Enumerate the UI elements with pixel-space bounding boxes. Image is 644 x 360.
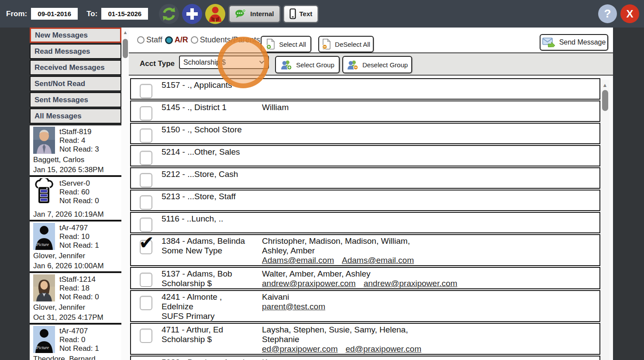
radio-label: Staff bbox=[146, 35, 162, 45]
account-row[interactable]: 5145 - ., District 1 William bbox=[130, 100, 600, 122]
message-read-count: Read: 0 bbox=[59, 336, 99, 344]
list-scrollbar[interactable]: ▲ bbox=[600, 80, 610, 360]
account-row[interactable]: 5214 - ...Other, Sales bbox=[130, 145, 600, 166]
text-tab[interactable]: Text bbox=[284, 6, 318, 22]
message-id: tAr-4707 bbox=[59, 327, 99, 336]
account-label: 1384 - Adams, Belinda bbox=[162, 236, 262, 246]
deselect-all-button[interactable]: DeSelect All bbox=[318, 36, 374, 52]
sidebar-item-new-messages[interactable]: New Messages bbox=[30, 28, 121, 43]
to-label: To: bbox=[86, 10, 97, 18]
row-checkbox[interactable] bbox=[140, 218, 152, 232]
radio-students-parents[interactable] bbox=[191, 36, 198, 44]
scroll-up-icon[interactable]: ▲ bbox=[122, 29, 128, 35]
email-link[interactable]: Adams@email.com bbox=[342, 256, 414, 265]
student-names: Kaivani bbox=[262, 292, 430, 302]
message-notread-count: Not Read: 0 bbox=[59, 293, 99, 301]
student-names: William bbox=[262, 103, 430, 112]
row-checkbox[interactable] bbox=[140, 296, 152, 310]
message-card[interactable]: Picture tAr-4707 Read: 0 Not Read: 1 The… bbox=[30, 324, 121, 360]
page-plus-icon bbox=[266, 38, 275, 50]
account-label: 5157 - ., Applicants bbox=[162, 80, 262, 90]
account-label: 5150 - ., School Store bbox=[162, 125, 262, 135]
acct-type-dropdown[interactable]: Scholarship $ bbox=[179, 55, 269, 69]
radio-a-r[interactable] bbox=[165, 36, 173, 44]
message-notread-count: Not Read: 1 bbox=[59, 344, 99, 353]
scrollbar-thumb[interactable] bbox=[123, 39, 128, 58]
account-row[interactable]: 5083 - Barnhart, Angel Karmyn bbox=[130, 356, 600, 360]
sidebar-item-all-messages[interactable]: All Messages bbox=[30, 108, 121, 124]
message-id: tServer-0 bbox=[59, 179, 99, 188]
sidebar-item-read-messages[interactable]: Read Messages bbox=[30, 44, 121, 59]
scrollbar-thumb[interactable] bbox=[602, 90, 608, 111]
account-row[interactable]: 5212 - ...Store, Cash bbox=[130, 167, 600, 189]
message-card[interactable]: Picture tAr-4797 Read: 10 Not Read: 1 Gl… bbox=[30, 221, 121, 272]
row-checkbox[interactable] bbox=[140, 329, 152, 343]
account-label: Scholarship $ bbox=[162, 279, 262, 288]
message-date: Oct 31, 2025 4:17PM bbox=[33, 313, 120, 323]
close-button[interactable]: X bbox=[620, 4, 639, 23]
deselect-group-button[interactable]: Deselect Group bbox=[342, 56, 412, 73]
row-checkbox[interactable] bbox=[140, 106, 152, 121]
sidebar-item-received-messages[interactable]: Received Messages bbox=[30, 60, 121, 75]
row-checkbox[interactable] bbox=[140, 84, 152, 98]
row-checkbox[interactable] bbox=[140, 128, 152, 143]
account-row[interactable]: ✔ 1384 - Adams, BelindaSome New Type Chr… bbox=[130, 234, 600, 266]
account-row[interactable]: 5137 - Adams, BobScholarship $ Walter, A… bbox=[130, 267, 600, 289]
internal-tab[interactable]: Internal bbox=[229, 6, 279, 22]
plus-icon bbox=[182, 3, 203, 24]
sidebar-item-sent-messages[interactable]: Sent Messages bbox=[30, 92, 121, 107]
refresh-button[interactable] bbox=[158, 3, 179, 24]
select-all-button[interactable]: Select All bbox=[261, 36, 311, 52]
account-row[interactable]: 5116 - ..Lunch, .. bbox=[130, 212, 600, 233]
to-date-input[interactable]: 01-15-2026 bbox=[101, 8, 148, 20]
chevron-down-icon bbox=[259, 60, 265, 64]
email-link[interactable]: andrew@praxipower.com bbox=[262, 279, 356, 288]
radio-staff[interactable] bbox=[137, 36, 145, 44]
account-row[interactable]: 5213 - ...Store, Staff bbox=[130, 190, 600, 211]
account-label: 5212 - ...Store, Cash bbox=[162, 170, 262, 179]
people-button[interactable] bbox=[205, 3, 226, 24]
account-label: 4711 - Arthur, Ed bbox=[162, 325, 262, 335]
account-row[interactable]: 5157 - ., Applicants bbox=[130, 78, 600, 100]
email-link[interactable]: Adams@email.com bbox=[262, 256, 334, 265]
message-card[interactable]: tServer-0 Read: 60 Not Read: 0 Jan 7, 20… bbox=[30, 176, 121, 221]
scroll-up-icon[interactable]: ▲ bbox=[600, 80, 610, 89]
row-checkbox[interactable] bbox=[140, 195, 152, 210]
message-notread-count: Not Read: 1 bbox=[59, 241, 99, 250]
row-checkbox[interactable] bbox=[140, 173, 152, 187]
select-all-label: Select All bbox=[279, 41, 306, 48]
account-row[interactable]: 5150 - ., School Store bbox=[130, 123, 600, 144]
sidebar-item-sent-not-read[interactable]: Sent/Not Read bbox=[30, 76, 121, 91]
row-checkbox[interactable]: ✔ bbox=[140, 240, 152, 254]
internal-tab-label: Internal bbox=[250, 10, 274, 17]
select-group-button[interactable]: Select Group bbox=[275, 56, 340, 73]
account-label: 5145 - ., District 1 bbox=[162, 103, 262, 112]
send-message-button[interactable]: Send Message bbox=[540, 34, 608, 51]
envelope-arrow-icon bbox=[542, 38, 555, 47]
email-link[interactable]: parent@test.com bbox=[262, 302, 325, 311]
email-link[interactable]: ed@praxipower.com bbox=[262, 344, 337, 353]
row-checkbox[interactable] bbox=[140, 151, 152, 165]
add-button[interactable] bbox=[182, 3, 203, 24]
email-link[interactable]: andrew@praxipower.com bbox=[364, 279, 458, 288]
student-names: Laysha, Stephen, Susie, Samy, Helena, St… bbox=[262, 325, 430, 344]
account-row[interactable]: 4711 - Arthur, EdScholarship $ Laysha, S… bbox=[130, 323, 600, 355]
from-date-input[interactable]: 09-01-2016 bbox=[31, 8, 78, 20]
send-message-label: Send Message bbox=[559, 38, 606, 46]
main-panel: ▲ StaffA/RStudents/Parents Select All bbox=[121, 28, 613, 360]
account-list: 5157 - ., Applicants 5145 - ., District … bbox=[129, 76, 613, 360]
sidebar-scrollbar[interactable]: ▲ bbox=[122, 29, 128, 360]
message-sender: Baggett, Carlos bbox=[33, 156, 120, 164]
message-sender: Glover, Jennifer bbox=[33, 303, 120, 312]
row-checkbox[interactable] bbox=[140, 273, 152, 287]
avatar bbox=[33, 274, 55, 301]
account-label: 5116 - ..Lunch, .. bbox=[162, 214, 262, 224]
message-card[interactable]: tStaff-819 Read: 4 Not Read: 3 Baggett, … bbox=[30, 125, 121, 176]
select-group-label: Select Group bbox=[296, 61, 334, 69]
from-label: From: bbox=[6, 10, 27, 18]
account-row[interactable]: 4241 - Almonte ,EdelnizeSUFS Primary Kai… bbox=[130, 290, 600, 322]
help-button[interactable]: ? bbox=[598, 4, 617, 23]
message-id: tStaff-1214 bbox=[59, 275, 99, 284]
message-card[interactable]: tStaff-1214 Read: 18 Not Read: 0 Glover,… bbox=[30, 272, 121, 324]
email-link[interactable]: ed@praxipower.com bbox=[345, 344, 421, 353]
